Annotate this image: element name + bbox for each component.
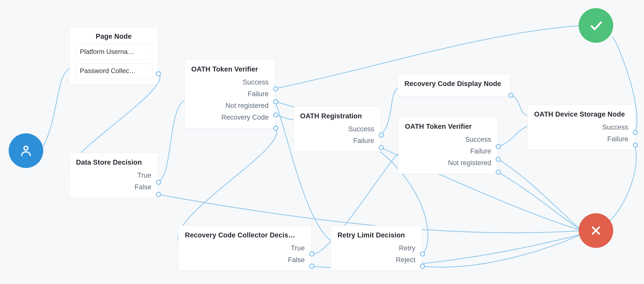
start-node[interactable]: [9, 133, 43, 168]
outcome-success: Success: [294, 124, 374, 134]
child-platform-username[interactable]: Platform Userna…: [75, 44, 152, 60]
outcome-reject: Reject: [331, 254, 415, 265]
port[interactable]: [156, 180, 161, 185]
node-oath-token-verifier-1[interactable]: OATH Token Verifier Success Failure Not …: [184, 60, 275, 129]
port[interactable]: [273, 126, 278, 131]
failure-node[interactable]: [579, 213, 613, 248]
port[interactable]: [273, 112, 278, 118]
port[interactable]: [309, 264, 314, 269]
outcome-failure: Failure: [528, 134, 628, 144]
port[interactable]: [633, 130, 638, 135]
outcome-not-registered: Not registered: [185, 100, 269, 111]
port[interactable]: [496, 169, 501, 175]
outcome-failure: Failure: [294, 135, 374, 146]
port[interactable]: [156, 192, 161, 197]
port[interactable]: [496, 157, 501, 162]
port[interactable]: [420, 264, 425, 269]
node-title: OATH Token Verifier: [185, 60, 275, 77]
person-icon: [19, 143, 33, 158]
outcome-recovery-code: Recovery Code: [185, 112, 269, 123]
port[interactable]: [273, 86, 278, 91]
outcome-success: Success: [185, 77, 269, 88]
port[interactable]: [633, 143, 638, 148]
node-page-node[interactable]: Page Node Platform Userna… Password Coll…: [69, 27, 158, 84]
port[interactable]: [420, 251, 425, 257]
node-oath-registration[interactable]: OATH Registration Success Failure: [293, 106, 381, 152]
node-title: OATH Registration: [294, 107, 381, 124]
outcome-not-registered: Not registered: [398, 158, 491, 168]
port[interactable]: [273, 99, 278, 104]
outcome-false: False: [69, 182, 151, 192]
node-oath-token-verifier-2[interactable]: OATH Token Verifier Success Failure Not …: [398, 117, 498, 174]
outcome-success: Success: [398, 134, 491, 145]
node-retry-limit-decision[interactable]: Retry Limit Decision Retry Reject: [331, 225, 422, 271]
port[interactable]: [379, 145, 384, 150]
port[interactable]: [156, 71, 161, 76]
node-title: Data Store Decision: [69, 153, 158, 170]
outcome-true: True: [69, 170, 151, 181]
outcome-success: Success: [528, 122, 628, 133]
outcome-retry: Retry: [331, 243, 415, 253]
port[interactable]: [309, 251, 314, 257]
svg-point-0: [24, 146, 28, 150]
node-title: Recovery Code Display Node: [398, 74, 510, 91]
outcome-failure: Failure: [398, 146, 491, 157]
outcome-failure: Failure: [185, 89, 269, 99]
port[interactable]: [496, 144, 501, 149]
node-title: Page Node: [69, 27, 158, 44]
port[interactable]: [508, 93, 514, 98]
outcome-false: False: [178, 254, 305, 265]
node-recovery-code-display[interactable]: Recovery Code Display Node: [398, 74, 511, 96]
node-recovery-code-collector-decision[interactable]: Recovery Code Collector Decis… True Fals…: [178, 225, 312, 271]
node-title: OATH Device Storage Node: [528, 105, 635, 122]
node-data-store-decision[interactable]: Data Store Decision True False: [69, 153, 158, 198]
check-icon: [588, 18, 604, 33]
child-password-collector[interactable]: Password Collec…: [75, 63, 152, 79]
port[interactable]: [379, 133, 384, 138]
node-title: Retry Limit Decision: [331, 226, 422, 243]
flow-canvas[interactable]: Page Node Platform Userna… Password Coll…: [0, 0, 644, 284]
outcome-true: True: [178, 243, 305, 253]
x-icon: [589, 224, 603, 237]
success-node[interactable]: [579, 8, 613, 43]
node-title: OATH Token Verifier: [398, 117, 498, 134]
node-oath-device-storage[interactable]: OATH Device Storage Node Success Failure: [527, 105, 635, 150]
node-title: Recovery Code Collector Decis…: [178, 226, 311, 243]
